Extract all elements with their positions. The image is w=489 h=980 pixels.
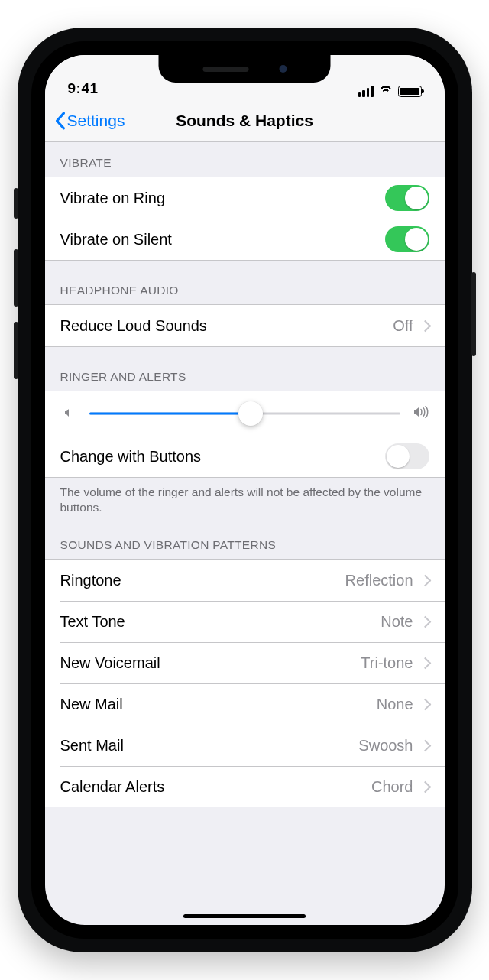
chevron-right-icon — [419, 781, 431, 793]
row-vibrate-on-silent[interactable]: Vibrate on Silent — [45, 219, 445, 261]
toggle-vibrate-on-ring[interactable] — [385, 185, 429, 211]
ringer-volume-slider[interactable] — [89, 402, 400, 425]
row-label: Reduce Loud Sounds — [60, 317, 207, 335]
row-label: Change with Buttons — [60, 448, 202, 466]
wifi-icon — [378, 86, 393, 97]
back-label: Settings — [67, 112, 125, 130]
section-header-ringer: RINGER AND ALERTS — [45, 347, 445, 391]
row-text-tone[interactable]: Text ToneNote — [45, 601, 445, 642]
battery-icon — [398, 86, 422, 97]
row-label: Vibrate on Ring — [60, 190, 166, 207]
chevron-right-icon — [419, 616, 431, 628]
chevron-right-icon — [419, 657, 431, 670]
status-time: 9:41 — [68, 80, 99, 97]
sounds-group: RingtoneReflectionText ToneNoteNew Voice… — [45, 559, 445, 807]
row-value: Off — [393, 317, 413, 335]
row-vibrate-on-ring[interactable]: Vibrate on Ring — [45, 177, 445, 219]
row-label: Text Tone — [60, 613, 125, 631]
back-button[interactable]: Settings — [54, 112, 125, 130]
row-reduce-loud-sounds[interactable]: Reduce Loud Sounds Off — [45, 304, 445, 347]
speaker-high-icon — [413, 406, 429, 422]
row-label: New Mail — [60, 696, 123, 713]
section-header-headphone: HEADPHONE AUDIO — [45, 261, 445, 304]
settings-scroll[interactable]: VIBRATE Vibrate on Ring Vibrate on Silen… — [45, 139, 445, 925]
toggle-vibrate-on-silent[interactable] — [385, 226, 429, 252]
row-new-voicemail[interactable]: New VoicemailTri-tone — [45, 642, 445, 683]
chevron-right-icon — [419, 320, 431, 332]
chevron-right-icon — [419, 699, 431, 711]
row-label: Sent Mail — [60, 737, 124, 754]
chevron-right-icon — [419, 740, 431, 752]
row-value: Chord — [371, 778, 413, 796]
row-label: Vibrate on Silent — [60, 231, 172, 248]
toggle-change-with-buttons[interactable] — [385, 443, 429, 469]
section-header-sounds: SOUNDS AND VIBRATION PATTERNS — [45, 515, 445, 559]
row-value: Tri-tone — [361, 654, 413, 672]
row-sent-mail[interactable]: Sent MailSwoosh — [45, 725, 445, 766]
row-label: Calendar Alerts — [60, 778, 165, 796]
row-ringer-volume — [45, 391, 445, 436]
cellular-icon — [358, 86, 374, 97]
nav-bar: Settings Sounds & Haptics — [45, 99, 445, 142]
home-indicator[interactable] — [183, 914, 306, 918]
screen: 9:41 Settings Sounds & Haptics — [45, 55, 445, 925]
row-calendar-alerts[interactable]: Calendar AlertsChord — [45, 766, 445, 807]
section-header-vibrate: VIBRATE — [45, 139, 445, 177]
row-value: Note — [381, 613, 413, 631]
chevron-left-icon — [54, 112, 66, 130]
row-value: Reflection — [345, 572, 413, 589]
phone-frame: 9:41 Settings Sounds & Haptics — [18, 28, 472, 952]
row-new-mail[interactable]: New MailNone — [45, 683, 445, 725]
chevron-right-icon — [419, 575, 431, 587]
row-value: None — [377, 696, 413, 713]
row-ringtone[interactable]: RingtoneReflection — [45, 559, 445, 601]
notch — [159, 55, 331, 83]
speaker-low-icon — [60, 407, 77, 420]
row-label: Ringtone — [60, 572, 121, 589]
section-footer-ringer: The volume of the ringer and alerts will… — [45, 478, 445, 515]
row-change-with-buttons[interactable]: Change with Buttons — [45, 436, 445, 478]
row-value: Swoosh — [358, 737, 413, 754]
row-label: New Voicemail — [60, 654, 160, 672]
